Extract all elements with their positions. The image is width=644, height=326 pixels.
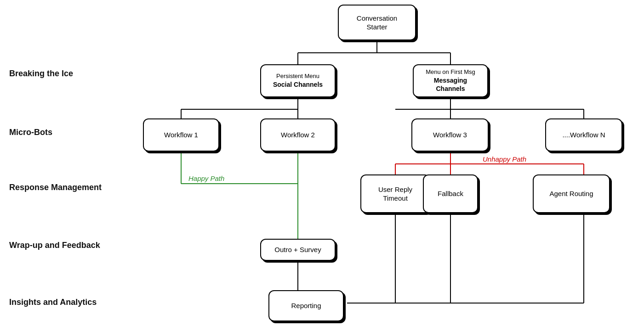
label-micro-bots: Micro-Bots: [9, 128, 52, 137]
node-conversation-starter: Conversation Starter: [338, 5, 416, 40]
unhappy-path-label: Unhappy Path: [483, 155, 526, 163]
connectors-svg: [0, 0, 644, 326]
node-fallback: Fallback: [423, 174, 478, 213]
node-workflow2: Workflow 2: [260, 118, 336, 152]
label-wrapup: Wrap-up and Feedback: [9, 241, 100, 250]
node-user-reply-timeout: User Reply Timeout: [360, 174, 430, 213]
node-menu-first-msg: Menu on First Msg MessagingChannels: [413, 64, 488, 97]
node-outro-survey: Outro + Survey: [260, 239, 336, 261]
node-workflow3: Workflow 3: [411, 118, 489, 152]
label-response-mgmt: Response Management: [9, 183, 102, 192]
label-insights: Insights and Analytics: [9, 298, 97, 307]
label-breaking-ice: Breaking the Ice: [9, 69, 73, 79]
node-workflow1: Workflow 1: [143, 118, 219, 152]
node-agent-routing: Agent Routing: [533, 174, 610, 213]
diagram-container: Breaking the Ice Micro-Bots Response Man…: [0, 0, 644, 326]
node-workflowN: ....Workflow N: [545, 118, 622, 152]
happy-path-label: Happy Path: [188, 174, 224, 182]
node-persistent-menu: Persistent Menu Social Channels: [260, 64, 336, 97]
node-reporting: Reporting: [268, 290, 344, 321]
